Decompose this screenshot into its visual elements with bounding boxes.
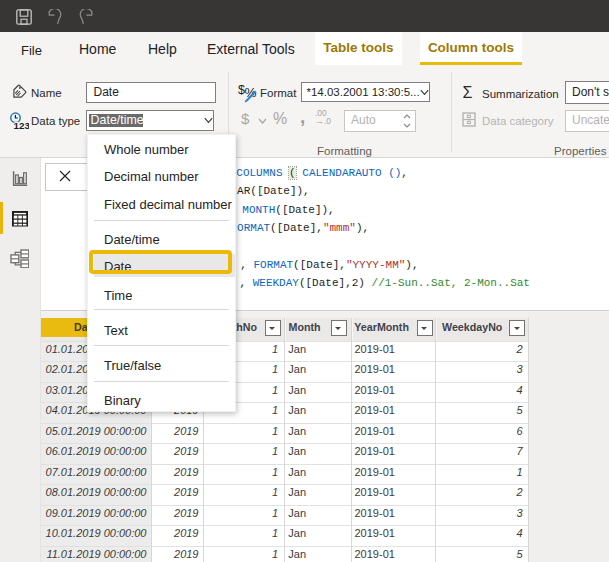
- svg-text:123: 123: [14, 120, 29, 130]
